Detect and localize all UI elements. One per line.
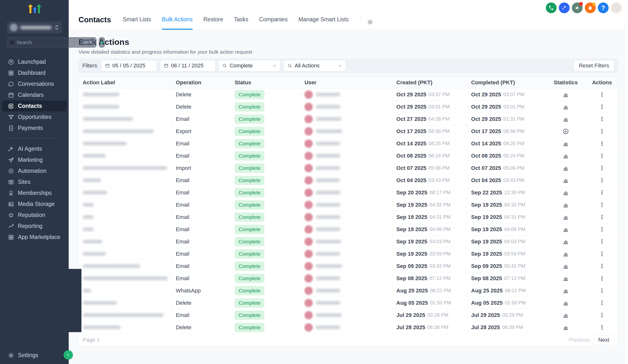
statistics-button[interactable] <box>562 263 569 270</box>
scrollbar-gutter[interactable] <box>625 0 628 364</box>
row-actions-menu-button[interactable] <box>602 263 603 269</box>
announcements-button[interactable] <box>572 2 583 13</box>
tab-smart-lists[interactable]: Smart Lists <box>123 16 151 30</box>
row-actions-menu-button[interactable] <box>602 300 603 306</box>
sidebar-item-reputation[interactable]: Reputation <box>2 210 67 221</box>
sidebar-item-calendars[interactable]: Calendars <box>2 89 67 101</box>
statistics-button[interactable] <box>562 226 569 233</box>
statistics-button[interactable] <box>562 250 569 257</box>
date-from-input[interactable]: 05 / 05 / 2025 <box>101 60 157 71</box>
account-switcher[interactable] <box>7 22 62 33</box>
tab-manage-smart-lists[interactable]: Manage Smart Lists <box>299 16 349 30</box>
previous-page-button[interactable]: Previous <box>565 337 594 343</box>
status-filter-select[interactable]: Complete <box>219 60 280 71</box>
row-actions-menu-button[interactable] <box>602 251 603 257</box>
row-actions-menu-button[interactable] <box>602 153 603 159</box>
statistics-button[interactable] <box>562 312 569 319</box>
help-button[interactable]: ? <box>598 2 609 13</box>
row-actions-menu-button[interactable] <box>602 178 603 183</box>
sidebar-item-automation[interactable]: Automation <box>2 166 67 177</box>
statistics-button[interactable] <box>562 189 569 196</box>
statistics-button[interactable] <box>562 91 569 98</box>
sidebar-collapse-button[interactable] <box>64 350 73 360</box>
next-page-button[interactable]: Next <box>594 335 614 345</box>
sidebar-item-dashboard[interactable]: Dashboard <box>2 67 67 78</box>
row-actions-menu-button[interactable] <box>602 288 603 294</box>
sidebar-item-opportunities[interactable]: Opportunities <box>2 112 67 122</box>
row-actions-menu-button[interactable] <box>602 276 603 281</box>
status-filter-value: Complete <box>230 62 270 69</box>
sidebar-item-launchpad[interactable]: Launchpad <box>2 56 67 67</box>
row-actions-menu-button[interactable] <box>602 214 603 220</box>
user-avatar <box>305 103 313 111</box>
phone-button[interactable] <box>546 2 557 13</box>
created-date: Aug 05 2025 <box>396 300 428 306</box>
row-actions-menu-button[interactable] <box>602 239 603 245</box>
chevron-down-icon <box>273 64 277 68</box>
user-avatar[interactable] <box>611 2 622 13</box>
tab-restore[interactable]: Restore <box>203 16 223 30</box>
statistics-button[interactable] <box>562 128 569 135</box>
search-input[interactable] <box>16 40 81 45</box>
sidebar-item-sites[interactable]: Sites <box>2 177 67 187</box>
search-icon <box>287 63 292 68</box>
tab-companies[interactable]: Companies <box>259 16 288 30</box>
sidebar-item-contacts[interactable]: Contacts <box>2 101 67 112</box>
completed-time: 03:07 PM <box>503 92 525 97</box>
statistics-button[interactable] <box>562 152 569 159</box>
sidebar-item-payments[interactable]: $ Payments <box>2 122 67 134</box>
sidebar-item-media-storage[interactable]: Media Storage <box>2 198 67 210</box>
row-actions-menu-button[interactable] <box>602 104 603 110</box>
row-actions-menu-button[interactable] <box>602 312 603 318</box>
sidebar-item-reporting[interactable]: Reporting <box>2 221 67 232</box>
completed-time: 03:59 PM <box>504 251 526 257</box>
sidebar-item-ai-agents[interactable]: AI Agents <box>2 143 67 154</box>
redacted-action-label <box>83 215 94 219</box>
completed-time: 03:43 PM <box>503 178 525 183</box>
kebab-icon <box>602 104 603 110</box>
row-actions-menu-button[interactable] <box>602 141 603 147</box>
statistics-button[interactable] <box>562 201 569 208</box>
row-actions-menu-button[interactable] <box>602 128 603 134</box>
statistics-button[interactable] <box>562 275 569 282</box>
statistics-button[interactable] <box>562 214 569 221</box>
row-actions-menu-button[interactable] <box>602 227 603 232</box>
redacted-user-name <box>316 240 341 243</box>
sidebar-item-conversations[interactable]: Conversations <box>2 78 67 89</box>
bar-chart-icon <box>562 140 569 147</box>
row-actions-menu-button[interactable] <box>602 116 603 122</box>
sidebar-item-memberships[interactable]: Memberships <box>2 187 67 198</box>
row-actions-menu-button[interactable] <box>602 92 603 98</box>
row-actions-menu-button[interactable] <box>602 190 603 196</box>
statistics-button[interactable] <box>562 238 569 245</box>
statistics-button[interactable] <box>562 116 569 122</box>
sidebar-item-marketing[interactable]: Marketing <box>2 154 67 166</box>
operation-label: Email <box>176 153 189 159</box>
contacts-settings-button[interactable] <box>367 19 373 30</box>
date-to-input[interactable]: 06 / 11 / 2025 <box>160 60 215 71</box>
table-row: Delete Complete Aug 05 202501:50 PM Aug … <box>79 297 618 309</box>
sidebar-item-settings[interactable]: Settings <box>8 352 38 359</box>
quick-ai-button[interactable] <box>99 37 105 48</box>
statistics-button[interactable] <box>562 324 569 331</box>
sidebar-item-app-marketplace[interactable]: App Marketplace <box>2 232 67 243</box>
action-filter-select[interactable]: All Actions <box>284 60 346 71</box>
statistics-button[interactable] <box>562 177 569 184</box>
operation-label: Email <box>176 226 189 233</box>
completed-date: Oct 08 2025 <box>471 153 501 159</box>
tab-bulk-actions[interactable]: Bulk Actions <box>162 16 193 30</box>
statistics-button[interactable] <box>562 140 569 147</box>
row-actions-menu-button[interactable] <box>602 324 603 330</box>
ai-assistant-button[interactable] <box>559 2 570 13</box>
row-actions-menu-button[interactable] <box>602 165 603 171</box>
statistics-button[interactable] <box>562 300 569 306</box>
statistics-button[interactable] <box>562 103 569 110</box>
tab-tasks[interactable]: Tasks <box>234 16 248 30</box>
reset-filters-button[interactable]: Reset Filters <box>574 60 614 71</box>
statistics-button[interactable] <box>562 287 569 294</box>
search-box[interactable]: ctrl K <box>7 37 96 48</box>
row-actions-menu-button[interactable] <box>602 202 603 208</box>
statistics-button[interactable] <box>562 165 569 172</box>
table-row: Email Complete Oct 04 202503:43 PM Oct 0… <box>79 174 618 186</box>
notifications-button[interactable] <box>585 2 596 13</box>
